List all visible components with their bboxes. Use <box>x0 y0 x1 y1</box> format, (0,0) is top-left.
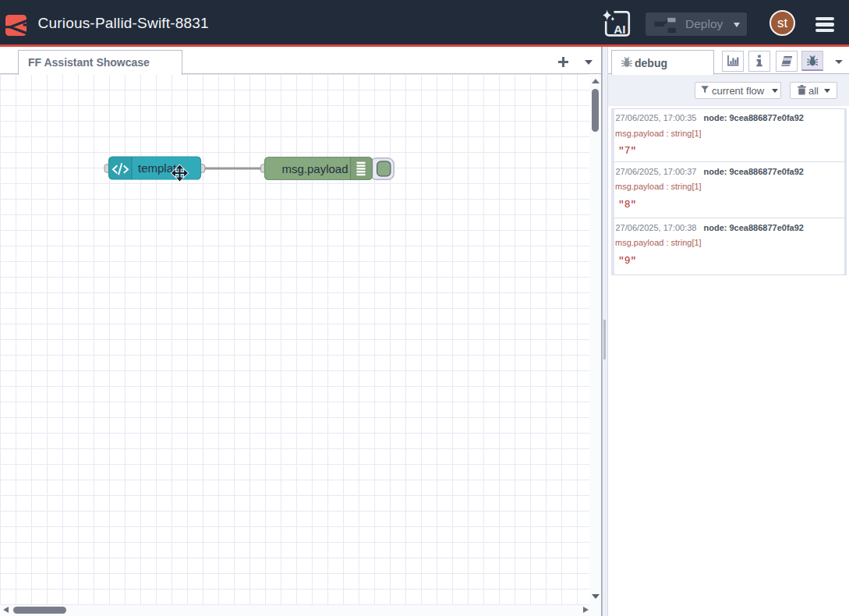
svg-text:AI: AI <box>614 23 625 36</box>
svg-text:msg.payload: msg.payload <box>282 161 348 175</box>
